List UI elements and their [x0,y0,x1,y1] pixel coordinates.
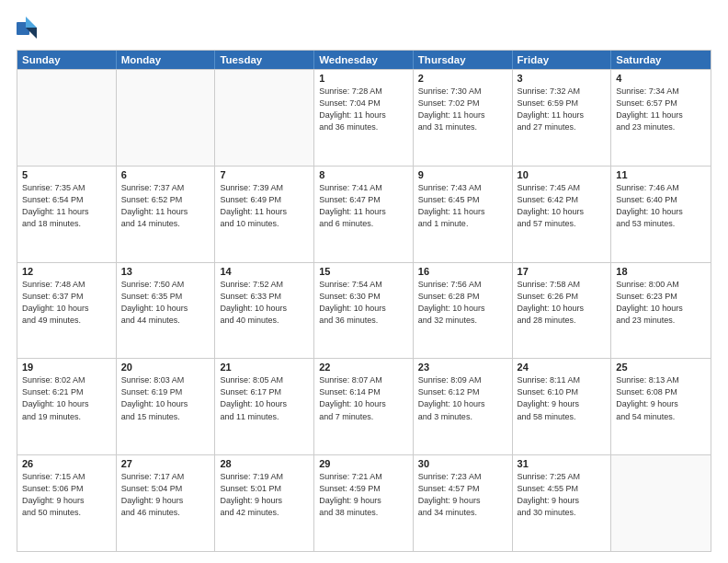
cell-date: 23 [418,362,507,373]
header-day-tuesday: Tuesday [215,51,314,69]
cell-date: 28 [220,458,309,469]
cell-date: 10 [518,169,607,180]
cell-info: Sunrise: 8:00 AM Sunset: 6:23 PM Dayligh… [616,279,706,327]
cell-date: 21 [220,362,309,373]
cell-info: Sunrise: 7:25 AM Sunset: 4:55 PM Dayligh… [518,471,607,519]
calendar-body: 1Sunrise: 7:28 AM Sunset: 7:04 PM Daylig… [17,69,711,551]
cell-info: Sunrise: 7:54 AM Sunset: 6:30 PM Dayligh… [319,279,408,327]
cell-date: 13 [121,266,210,277]
cell-info: Sunrise: 8:09 AM Sunset: 6:12 PM Dayligh… [418,374,507,422]
calendar-cell: 12Sunrise: 7:48 AM Sunset: 6:37 PM Dayli… [17,263,117,359]
calendar-cell: 17Sunrise: 7:58 AM Sunset: 6:26 PM Dayli… [513,263,612,359]
cell-info: Sunrise: 8:05 AM Sunset: 6:17 PM Dayligh… [220,374,309,422]
calendar-row-2: 5Sunrise: 7:35 AM Sunset: 6:54 PM Daylig… [17,166,711,262]
cell-date: 3 [518,73,607,84]
calendar-cell: 15Sunrise: 7:54 AM Sunset: 6:30 PM Dayli… [314,263,414,359]
cell-info: Sunrise: 7:52 AM Sunset: 6:33 PM Dayligh… [220,279,309,327]
cell-date: 7 [220,169,309,180]
cell-info: Sunrise: 7:39 AM Sunset: 6:49 PM Dayligh… [220,182,309,230]
cell-info: Sunrise: 8:11 AM Sunset: 6:10 PM Dayligh… [518,374,607,422]
calendar-cell [17,70,117,166]
cell-info: Sunrise: 7:46 AM Sunset: 6:40 PM Dayligh… [616,182,706,230]
calendar-cell: 29Sunrise: 7:21 AM Sunset: 4:59 PM Dayli… [314,455,414,551]
calendar-cell: 3Sunrise: 7:32 AM Sunset: 6:59 PM Daylig… [513,70,612,166]
cell-info: Sunrise: 7:32 AM Sunset: 6:59 PM Dayligh… [518,86,607,133]
calendar-cell: 4Sunrise: 7:34 AM Sunset: 6:57 PM Daylig… [611,70,711,166]
cell-info: Sunrise: 7:15 AM Sunset: 5:06 PM Dayligh… [22,471,111,519]
cell-date: 17 [518,266,607,277]
cell-info: Sunrise: 7:35 AM Sunset: 6:54 PM Dayligh… [22,182,111,230]
cell-info: Sunrise: 7:30 AM Sunset: 7:02 PM Dayligh… [418,86,507,133]
cell-date: 15 [319,266,408,277]
cell-info: Sunrise: 7:28 AM Sunset: 7:04 PM Dayligh… [319,86,408,133]
cell-date: 22 [319,362,408,373]
header-day-monday: Monday [117,51,216,69]
calendar-cell: 27Sunrise: 7:17 AM Sunset: 5:04 PM Dayli… [117,455,216,551]
header-day-sunday: Sunday [17,51,117,69]
cell-date: 30 [418,458,507,469]
calendar-cell: 31Sunrise: 7:25 AM Sunset: 4:55 PM Dayli… [513,455,612,551]
calendar-cell: 26Sunrise: 7:15 AM Sunset: 5:06 PM Dayli… [17,455,117,551]
calendar-cell: 6Sunrise: 7:37 AM Sunset: 6:52 PM Daylig… [117,167,216,262]
calendar-cell [611,455,711,551]
cell-date: 19 [22,362,111,373]
cell-date: 18 [616,266,706,277]
calendar-cell: 7Sunrise: 7:39 AM Sunset: 6:49 PM Daylig… [215,167,314,262]
cell-date: 5 [22,169,111,180]
calendar-cell: 16Sunrise: 7:56 AM Sunset: 6:28 PM Dayli… [414,263,513,359]
cell-info: Sunrise: 7:58 AM Sunset: 6:26 PM Dayligh… [518,279,607,327]
cell-date: 6 [121,169,210,180]
cell-date: 25 [616,362,706,373]
cell-date: 24 [518,362,607,373]
cell-info: Sunrise: 7:45 AM Sunset: 6:42 PM Dayligh… [518,182,607,230]
calendar-cell: 22Sunrise: 8:07 AM Sunset: 6:14 PM Dayli… [314,359,414,454]
cell-info: Sunrise: 7:48 AM Sunset: 6:37 PM Dayligh… [22,279,111,327]
cell-info: Sunrise: 7:41 AM Sunset: 6:47 PM Dayligh… [319,182,408,230]
cell-date: 1 [319,73,408,84]
cell-date: 4 [616,73,706,84]
calendar-cell [215,70,314,166]
header-day-friday: Friday [513,51,612,69]
calendar-cell: 5Sunrise: 7:35 AM Sunset: 6:54 PM Daylig… [17,167,117,262]
cell-info: Sunrise: 7:19 AM Sunset: 5:01 PM Dayligh… [220,471,309,519]
cell-date: 11 [616,169,706,180]
calendar-cell: 9Sunrise: 7:43 AM Sunset: 6:45 PM Daylig… [414,167,513,262]
svg-marker-1 [26,17,37,28]
calendar-cell: 30Sunrise: 7:23 AM Sunset: 4:57 PM Dayli… [414,455,513,551]
calendar-cell: 2Sunrise: 7:30 AM Sunset: 7:02 PM Daylig… [414,70,513,166]
cell-info: Sunrise: 8:02 AM Sunset: 6:21 PM Dayligh… [22,374,111,422]
calendar-cell: 14Sunrise: 7:52 AM Sunset: 6:33 PM Dayli… [215,263,314,359]
cell-date: 14 [220,266,309,277]
cell-date: 29 [319,458,408,469]
calendar-cell: 1Sunrise: 7:28 AM Sunset: 7:04 PM Daylig… [314,70,414,166]
calendar-cell: 10Sunrise: 7:45 AM Sunset: 6:42 PM Dayli… [513,167,612,262]
cell-date: 8 [319,169,408,180]
calendar-cell: 25Sunrise: 8:13 AM Sunset: 6:08 PM Dayli… [611,359,711,454]
calendar-cell: 19Sunrise: 8:02 AM Sunset: 6:21 PM Dayli… [17,359,117,454]
cell-date: 26 [22,458,111,469]
calendar-cell: 8Sunrise: 7:41 AM Sunset: 6:47 PM Daylig… [314,167,414,262]
calendar-row-5: 26Sunrise: 7:15 AM Sunset: 5:06 PM Dayli… [17,454,711,551]
cell-info: Sunrise: 7:43 AM Sunset: 6:45 PM Dayligh… [418,182,507,230]
header-day-thursday: Thursday [414,51,513,69]
cell-info: Sunrise: 8:03 AM Sunset: 6:19 PM Dayligh… [121,374,210,422]
cell-date: 12 [22,266,111,277]
cell-info: Sunrise: 7:34 AM Sunset: 6:57 PM Dayligh… [616,86,706,133]
cell-info: Sunrise: 7:50 AM Sunset: 6:35 PM Dayligh… [121,279,210,327]
header-day-wednesday: Wednesday [314,51,414,69]
logo-icon [17,15,37,42]
cell-info: Sunrise: 8:07 AM Sunset: 6:14 PM Dayligh… [319,374,408,422]
cell-info: Sunrise: 7:23 AM Sunset: 4:57 PM Dayligh… [418,471,507,519]
calendar-cell: 24Sunrise: 8:11 AM Sunset: 6:10 PM Dayli… [513,359,612,454]
cell-info: Sunrise: 8:13 AM Sunset: 6:08 PM Dayligh… [616,374,706,422]
calendar-cell: 21Sunrise: 8:05 AM Sunset: 6:17 PM Dayli… [215,359,314,454]
cell-date: 27 [121,458,210,469]
cell-date: 16 [418,266,507,277]
calendar-header: SundayMondayTuesdayWednesdayThursdayFrid… [17,51,711,69]
logo [17,15,40,42]
calendar-cell [117,70,216,166]
cell-info: Sunrise: 7:17 AM Sunset: 5:04 PM Dayligh… [121,471,210,519]
header-day-saturday: Saturday [611,51,711,69]
cell-date: 31 [518,458,607,469]
calendar-cell: 28Sunrise: 7:19 AM Sunset: 5:01 PM Dayli… [215,455,314,551]
